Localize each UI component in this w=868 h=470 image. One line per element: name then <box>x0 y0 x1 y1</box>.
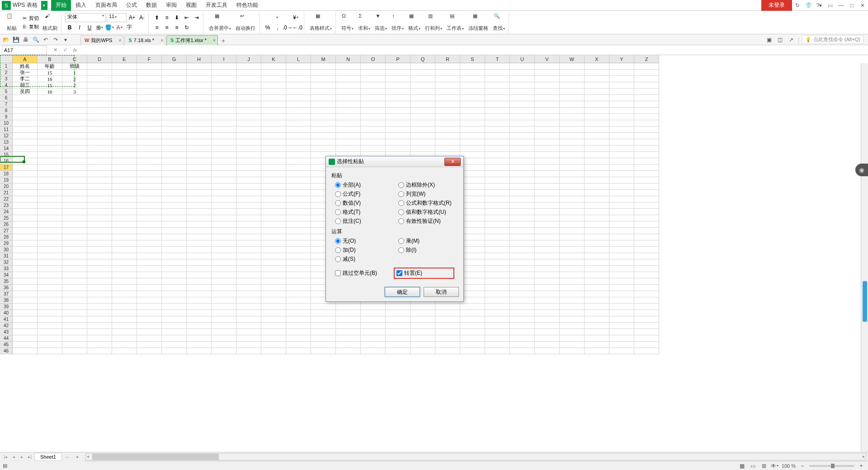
cell[interactable] <box>286 152 311 158</box>
cell[interactable] <box>386 82 410 89</box>
col-header-K[interactable]: K <box>261 55 286 63</box>
cell[interactable] <box>38 247 62 253</box>
cell[interactable] <box>87 133 112 139</box>
cell[interactable] <box>386 76 410 82</box>
row-header-17[interactable]: 17 <box>0 164 13 171</box>
cell[interactable] <box>460 89 485 95</box>
cell[interactable] <box>410 335 435 342</box>
cell[interactable] <box>236 335 261 342</box>
horizontal-scrollbar[interactable]: ◂ ▸ <box>85 453 866 461</box>
cell[interactable] <box>236 183 261 190</box>
cell[interactable] <box>535 183 560 190</box>
cell[interactable] <box>460 259 485 266</box>
col-header-E[interactable]: E <box>112 55 137 63</box>
cell[interactable] <box>212 133 236 139</box>
phonetic-button[interactable]: 字 <box>125 23 134 32</box>
cell[interactable] <box>311 76 336 82</box>
cell[interactable] <box>609 316 634 323</box>
cell[interactable] <box>311 342 336 348</box>
cell[interactable] <box>560 70 585 76</box>
cell[interactable] <box>162 342 187 348</box>
minimize-icon[interactable]: — <box>835 0 846 11</box>
cell[interactable] <box>62 171 87 177</box>
cell[interactable] <box>236 152 261 158</box>
cell[interactable] <box>560 215 585 221</box>
cell[interactable] <box>535 152 560 158</box>
cell[interactable] <box>112 342 137 348</box>
cell[interactable] <box>187 114 212 120</box>
cell[interactable] <box>162 228 187 234</box>
cell[interactable] <box>261 316 286 323</box>
cell[interactable] <box>112 221 137 228</box>
cell[interactable] <box>585 335 609 342</box>
cell[interactable] <box>62 215 87 221</box>
cell[interactable] <box>336 146 361 152</box>
cell[interactable] <box>62 342 87 348</box>
cell[interactable] <box>609 101 634 108</box>
cell[interactable] <box>236 177 261 183</box>
cell[interactable] <box>187 82 212 89</box>
cell[interactable] <box>336 120 361 127</box>
cell[interactable] <box>137 139 162 146</box>
cell[interactable] <box>187 323 212 329</box>
row-header-28[interactable]: 28 <box>0 234 13 240</box>
cell[interactable] <box>261 139 286 146</box>
cell[interactable] <box>112 285 137 291</box>
paste-option-radio[interactable]: 数值(V) <box>335 199 395 207</box>
qb-icon-2[interactable]: ◫ <box>776 36 784 44</box>
cell[interactable] <box>510 259 535 266</box>
cell[interactable] <box>187 158 212 164</box>
cell[interactable] <box>460 329 485 335</box>
cell[interactable] <box>585 183 609 190</box>
cell[interactable] <box>187 171 212 177</box>
cell[interactable] <box>460 177 485 183</box>
cell[interactable] <box>485 335 510 342</box>
cell[interactable] <box>212 139 236 146</box>
cell[interactable] <box>634 95 659 101</box>
cell[interactable] <box>212 323 236 329</box>
cell[interactable] <box>336 316 361 323</box>
cell[interactable] <box>286 348 311 354</box>
cell[interactable] <box>560 190 585 196</box>
cell[interactable] <box>187 342 212 348</box>
cell[interactable] <box>212 285 236 291</box>
cell[interactable] <box>212 89 236 95</box>
cell[interactable] <box>609 323 634 329</box>
cell[interactable] <box>386 127 410 133</box>
cell[interactable] <box>212 127 236 133</box>
cell[interactable] <box>535 348 560 354</box>
cell[interactable] <box>187 70 212 76</box>
cell[interactable] <box>38 146 62 152</box>
cell[interactable] <box>410 139 435 146</box>
cell[interactable] <box>87 108 112 114</box>
cell[interactable] <box>137 152 162 158</box>
cell[interactable] <box>38 259 62 266</box>
cell[interactable] <box>13 164 38 171</box>
cell[interactable] <box>162 310 187 316</box>
bold-button[interactable]: B <box>65 23 74 32</box>
cell[interactable] <box>212 348 236 354</box>
cell[interactable] <box>137 70 162 76</box>
cell[interactable] <box>162 89 187 95</box>
cell[interactable] <box>510 310 535 316</box>
row-header-15[interactable]: 15 <box>0 152 13 158</box>
cell[interactable] <box>535 259 560 266</box>
cell[interactable] <box>162 76 187 82</box>
cell[interactable] <box>336 89 361 95</box>
cell[interactable] <box>236 70 261 76</box>
cell[interactable] <box>634 63 659 70</box>
view-normal-icon[interactable]: ▦ <box>738 462 746 470</box>
inc-decimal-button[interactable]: .0→ <box>283 23 292 32</box>
cell[interactable] <box>336 342 361 348</box>
cell[interactable] <box>560 335 585 342</box>
cell[interactable] <box>286 266 311 272</box>
cell[interactable] <box>38 196 62 202</box>
cell[interactable] <box>261 158 286 164</box>
cell[interactable] <box>510 152 535 158</box>
col-header-N[interactable]: N <box>336 55 361 63</box>
cell[interactable] <box>634 221 659 228</box>
cell[interactable] <box>435 82 460 89</box>
cell[interactable] <box>236 133 261 139</box>
rowcol-button[interactable]: ▥行和列▾ <box>423 12 444 33</box>
cell[interactable] <box>560 164 585 171</box>
